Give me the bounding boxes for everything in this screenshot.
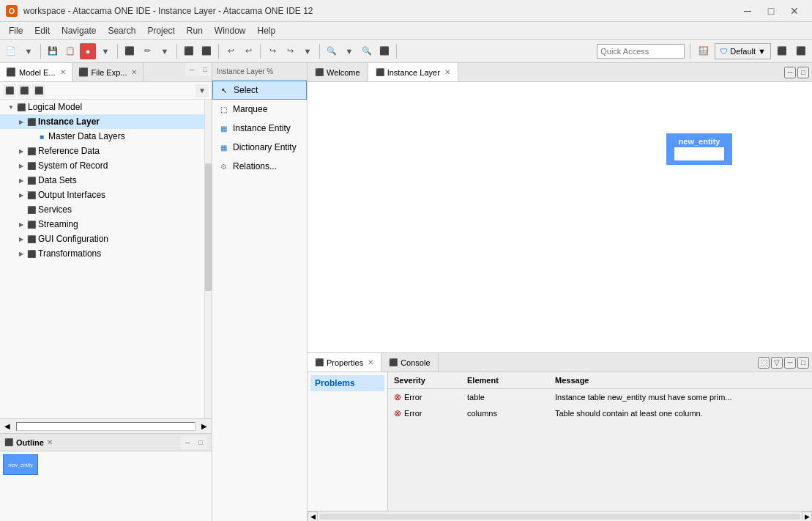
tree-item-output-interfaces[interactable]: ▶ ⬛ Output Interfaces	[0, 188, 212, 202]
palette-header: Instance Layer %	[217, 67, 273, 75]
menu-run[interactable]: Run	[181, 24, 209, 37]
tb-btn-1[interactable]: 📄	[3, 43, 19, 59]
instance-layer-tab-icon: ⬛	[376, 68, 384, 76]
problem-row-1[interactable]: ⊗ Error table Instance table new_entity …	[388, 389, 812, 405]
tb-btn-18[interactable]: ▼	[341, 43, 357, 59]
open-perspective-button[interactable]: 🪟	[696, 43, 712, 59]
tb-btn-icons-1[interactable]: ⬛	[774, 43, 790, 59]
tree-item-instance-layer[interactable]: ▶ ⬛ Instance Layer	[0, 114, 212, 129]
tree-item-services[interactable]: ⬛ Services	[0, 202, 212, 217]
bottom-minimize-button[interactable]: ▽	[771, 357, 783, 369]
tree-item-data-sets[interactable]: ▶ ⬛ Data Sets	[0, 173, 212, 188]
model-explorer-tab[interactable]: ⬛ Model E... ✕	[0, 63, 72, 81]
minimize-editor-button[interactable]: ─	[784, 67, 796, 78]
tb-btn-12[interactable]: ↩	[223, 43, 239, 59]
properties-tab-icon: ⬛	[315, 358, 324, 366]
close-button[interactable]: ✕	[783, 3, 806, 19]
tb-btn-13[interactable]: ↩	[240, 43, 256, 59]
palette-item-dictionary-entity[interactable]: ▦ Dictionary Entity	[212, 138, 307, 157]
collapse-all-button[interactable]: ⬛	[3, 84, 16, 97]
left-panel: ⬛ Model E... ✕ ⬛ File Exp... ✕ ─ □ ⬛ ⬛ ⬛…	[0, 63, 212, 521]
tb-btn-15[interactable]: ↪	[282, 43, 298, 59]
outline-tab-close[interactable]: ✕	[47, 438, 53, 446]
menu-help[interactable]: Help	[252, 24, 282, 37]
tb-btn-2[interactable]: ▼	[21, 43, 37, 59]
maximize-button[interactable]: □	[759, 3, 783, 19]
maximize-editor-button[interactable]: □	[797, 67, 809, 78]
minimize-button[interactable]: ─	[736, 3, 759, 19]
menu-search[interactable]: Search	[102, 24, 141, 37]
file-explorer-tab[interactable]: ⬛ File Exp... ✕	[72, 63, 144, 81]
palette-item-marquee[interactable]: ⬚ Marquee	[212, 100, 307, 119]
editor-tab-welcome[interactable]: ⬛ Welcome	[308, 63, 368, 81]
palette-item-select[interactable]: ↖ Select	[212, 81, 307, 100]
error-icon-2: ⊗	[394, 408, 401, 418]
palette-item-instance-entity[interactable]: ▦ Instance Entity	[212, 119, 307, 138]
logical-model-icon: ⬛	[16, 102, 26, 112]
instance-layer-tab-close[interactable]: ✕	[444, 68, 450, 76]
menubar: File Edit Navigate Search Project Run Wi…	[0, 22, 812, 40]
outline-entity[interactable]: new_entity	[3, 454, 38, 475]
quick-access-input[interactable]	[597, 44, 685, 59]
tb-btn-8[interactable]: ✏	[139, 43, 155, 59]
tb-btn-6[interactable]: ▼	[97, 43, 113, 59]
hscroll-track[interactable]	[319, 514, 800, 520]
open-in-new-button[interactable]: ⬚	[758, 357, 770, 369]
problem-row-2[interactable]: ⊗ Error columns Table should contain at …	[388, 405, 812, 421]
model-explorer-close[interactable]: ✕	[60, 68, 66, 76]
tb-btn-14[interactable]: ↪	[264, 43, 280, 59]
maximize-panel-button[interactable]: □	[198, 63, 212, 76]
menu-window[interactable]: Window	[209, 24, 252, 37]
tb-btn-7[interactable]: ⬛	[122, 43, 138, 59]
tb-btn-11[interactable]: ⬛	[198, 43, 215, 59]
entity-box-new-entity[interactable]: new_entity	[666, 133, 732, 165]
tb-btn-10[interactable]: ⬛	[181, 43, 197, 59]
properties-tab-close[interactable]: ✕	[368, 358, 373, 366]
expand-button[interactable]: ▼	[195, 84, 209, 97]
tb-btn-16[interactable]: ▼	[299, 43, 316, 59]
bottom-min2-button[interactable]: ─	[784, 357, 796, 369]
nav-scroll-track[interactable]	[16, 422, 195, 431]
tb-btn-4[interactable]: 📋	[62, 43, 78, 59]
tree-arrow-system: ▶	[16, 163, 26, 169]
error-icon-1: ⊗	[394, 392, 401, 402]
tb-btn-17[interactable]: 🔍	[324, 43, 340, 59]
hscroll-right-button[interactable]: ▶	[802, 511, 812, 522]
nav-left-arrow[interactable]: ◀	[0, 419, 15, 434]
console-tab[interactable]: ⬛ Console	[381, 353, 438, 372]
link-editor-button[interactable]: ⬛	[18, 84, 31, 97]
tree-item-transformations[interactable]: ▶ ⬛ Transformations	[0, 246, 212, 261]
tree-item-reference-data[interactable]: ▶ ⬛ Reference Data	[0, 144, 212, 158]
properties-tab[interactable]: ⬛ Properties ✕	[308, 353, 381, 372]
canvas-area: new_entity	[308, 82, 812, 352]
menu-edit[interactable]: Edit	[29, 24, 56, 37]
new-item-button[interactable]: ⬛	[32, 84, 45, 97]
tree-scrollbar-thumb[interactable]	[205, 163, 212, 291]
default-perspective-button[interactable]: 🛡 Default ▼	[715, 43, 771, 59]
tb-btn-19[interactable]: 🔍	[359, 43, 375, 59]
menu-navigate[interactable]: Navigate	[56, 24, 102, 37]
minimize-panel-button[interactable]: ─	[185, 63, 198, 76]
tree-item-system-of-record[interactable]: ▶ ⬛ System of Record	[0, 158, 212, 173]
bottom-max-button[interactable]: □	[797, 357, 809, 369]
tb-btn-20[interactable]: ⬛	[376, 43, 392, 59]
nav-right-arrow[interactable]: ▶	[197, 419, 212, 434]
menu-project[interactable]: Project	[141, 24, 180, 37]
tb-btn-3[interactable]: 💾	[45, 43, 61, 59]
palette-item-relations[interactable]: ⚙ Relations...	[212, 157, 307, 176]
tb-btn-5[interactable]: ●	[80, 43, 96, 59]
tb-btn-9[interactable]: ▼	[157, 43, 173, 59]
problems-button[interactable]: Problems	[310, 375, 384, 391]
outline-maximize[interactable]: □	[194, 436, 207, 449]
tree-item-gui-configuration[interactable]: ▶ ⬛ GUI Configuration	[0, 232, 212, 246]
tree-scrollbar[interactable]	[204, 100, 212, 418]
editor-tab-instance-layer[interactable]: ⬛ Instance Layer ✕	[368, 63, 458, 81]
outline-minimize[interactable]: ─	[181, 436, 194, 449]
tree-item-streaming[interactable]: ▶ ⬛ Streaming	[0, 217, 212, 232]
tree-item-master-data-layers[interactable]: ■ Master Data Layers	[0, 129, 212, 144]
file-explorer-close[interactable]: ✕	[131, 68, 137, 76]
menu-file[interactable]: File	[3, 24, 29, 37]
tree-item-logical-model[interactable]: ▼ ⬛ Logical Model	[0, 100, 212, 114]
tb-btn-icons-2[interactable]: ⬛	[793, 43, 809, 59]
hscroll-left-button[interactable]: ◀	[308, 511, 318, 522]
